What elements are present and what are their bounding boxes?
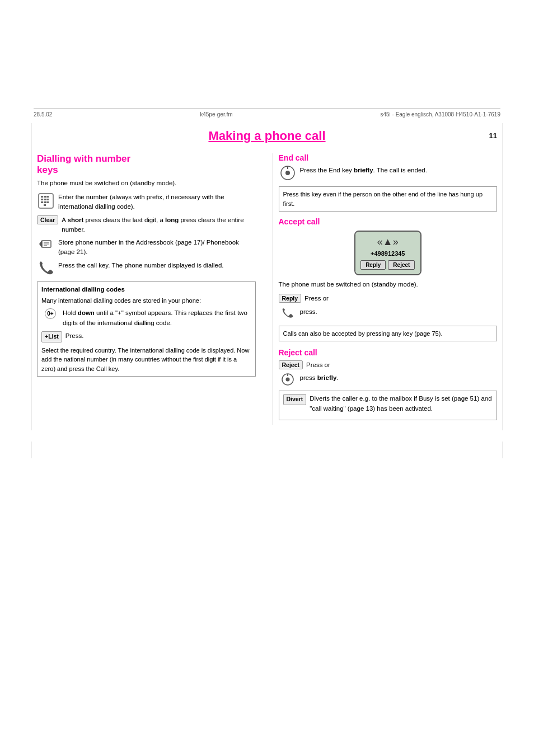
zero-plus-icon: 0+ bbox=[41, 308, 59, 319]
info-box-intro: Many international dialling codes are st… bbox=[41, 296, 251, 306]
plus-list-icon: +List bbox=[41, 331, 62, 342]
divert-icon: Divert bbox=[283, 394, 307, 405]
end-call-title: End call bbox=[279, 153, 498, 162]
reject-step1-text: Press or bbox=[306, 360, 330, 370]
header-meta: 28.5.02 k45pe-ger.fm s45i - Eagle englis… bbox=[34, 109, 500, 118]
svg-point-17 bbox=[285, 171, 290, 175]
left-section-title: Dialling with number keys bbox=[37, 153, 256, 176]
svg-rect-10 bbox=[44, 204, 46, 206]
svg-rect-5 bbox=[44, 199, 46, 200]
call-key-icon bbox=[37, 261, 55, 277]
accept-step1-text: Press or bbox=[305, 294, 329, 303]
step-keypad-text: Enter the number (always with prefix, if… bbox=[58, 192, 256, 212]
phone-display: «▲» +498912345 Reply Reject bbox=[354, 231, 421, 275]
svg-rect-4 bbox=[41, 199, 43, 200]
right-column: End call Press the End key briefly. The … bbox=[273, 153, 498, 425]
phonebook-icon bbox=[37, 238, 55, 252]
reject-call-title: Reject call bbox=[279, 348, 498, 357]
meta-date: 28.5.02 bbox=[34, 111, 52, 118]
bottom-line-right bbox=[503, 442, 503, 458]
meta-product: s45i - Eagle englisch, A31008-H4510-A1-1… bbox=[380, 111, 500, 118]
info-box-footer: Select the required country. The interna… bbox=[41, 346, 251, 374]
end-call-text: Press the End key briefly. The call is e… bbox=[300, 166, 427, 175]
step-clear: Clear A short press clears the last digi… bbox=[37, 215, 256, 235]
svg-rect-9 bbox=[46, 201, 49, 203]
accept-call-note: Calls can also be accepted by pressing a… bbox=[279, 326, 498, 342]
step-callkey-text: Press the call key. The phone number dis… bbox=[58, 261, 224, 270]
svg-rect-7 bbox=[41, 201, 43, 203]
accept-call-key-icon bbox=[279, 307, 297, 321]
divert-row: Divert Diverts the caller e.g. to the ma… bbox=[283, 394, 493, 414]
bottom-border-lines bbox=[0, 442, 534, 458]
page-container: 28.5.02 k45pe-ger.fm s45i - Eagle englis… bbox=[0, 0, 534, 756]
svg-rect-1 bbox=[41, 196, 43, 198]
svg-rect-0 bbox=[39, 194, 53, 208]
page-inner: Making a phone call 11 Dialling with num… bbox=[31, 123, 503, 430]
info-box-intl: International dialling codes Many intern… bbox=[37, 281, 256, 377]
info-box-title: International dialling codes bbox=[41, 285, 251, 294]
divert-text: Diverts the caller e.g. to the mailbox i… bbox=[310, 394, 493, 414]
two-col-layout: Dialling with number keys The phone must… bbox=[37, 148, 497, 430]
left-column: Dialling with number keys The phone must… bbox=[37, 153, 261, 425]
svg-rect-2 bbox=[44, 196, 46, 198]
reject-step1: Reject Press or bbox=[279, 360, 498, 370]
page-number: 11 bbox=[489, 132, 497, 140]
svg-point-20 bbox=[285, 378, 289, 382]
step-callkey: Press the call key. The phone number dis… bbox=[37, 261, 256, 277]
accept-call-title: Accept call bbox=[279, 217, 498, 226]
page-title-area: Making a phone call 11 bbox=[37, 123, 497, 148]
top-margin: 28.5.02 k45pe-ger.fm s45i - Eagle englis… bbox=[0, 0, 534, 123]
step-clear-text: A short press clears the last digit, a l… bbox=[62, 215, 255, 235]
end-key-icon bbox=[279, 166, 297, 182]
reply-button[interactable]: Reply bbox=[360, 260, 386, 270]
svg-rect-3 bbox=[46, 196, 49, 198]
phone-number: +498912345 bbox=[360, 250, 416, 257]
phone-display-inner: «▲» +498912345 Reply Reject bbox=[355, 232, 420, 274]
left-intro: The phone must be switched on (standby m… bbox=[37, 179, 256, 188]
info-step-0plus: 0+ Hold down until a "+" symbol appears.… bbox=[41, 308, 251, 328]
phone-arrows-icon: «▲» bbox=[360, 236, 416, 248]
keypad-icon bbox=[37, 192, 55, 211]
svg-rect-8 bbox=[44, 201, 46, 203]
reject-end-key-icon bbox=[279, 373, 297, 387]
reject-button[interactable]: Reject bbox=[388, 260, 415, 270]
reject-step2: press briefly. bbox=[279, 373, 498, 387]
accept-step1: Reply Press or bbox=[279, 294, 498, 303]
reply-btn-icon: Reply bbox=[279, 294, 302, 303]
bottom-margin bbox=[0, 430, 534, 542]
clear-icon: Clear bbox=[37, 215, 58, 224]
page-title: Making a phone call bbox=[208, 129, 325, 143]
end-call-note: Press this key even if the person on the… bbox=[279, 186, 498, 212]
accept-step2-text: press. bbox=[300, 307, 317, 317]
bottom-line-left bbox=[31, 442, 31, 458]
reject-step2-text: press briefly. bbox=[300, 373, 339, 383]
step-keypad: Enter the number (always with prefix, if… bbox=[37, 192, 256, 212]
accept-step2: press. bbox=[279, 307, 498, 321]
accept-call-intro: The phone must be switched on (standby m… bbox=[279, 280, 498, 289]
svg-rect-6 bbox=[46, 199, 49, 200]
reject-btn-icon: Reject bbox=[279, 360, 303, 369]
info-step-0plus-text: Hold down until a "+" symbol appears. Th… bbox=[63, 308, 251, 328]
step-phonebook-text: Store phone number in the Addressbook (p… bbox=[58, 238, 256, 257]
info-step-list-text: Press. bbox=[65, 331, 84, 341]
divert-info-box: Divert Diverts the caller e.g. to the ma… bbox=[279, 391, 498, 420]
meta-filename: k45pe-ger.fm bbox=[200, 111, 232, 118]
end-call-step: Press the End key briefly. The call is e… bbox=[279, 166, 498, 182]
info-step-list: +List Press. bbox=[41, 331, 251, 342]
step-phonebook: Store phone number in the Addressbook (p… bbox=[37, 238, 256, 257]
phone-display-buttons: Reply Reject bbox=[360, 260, 416, 270]
